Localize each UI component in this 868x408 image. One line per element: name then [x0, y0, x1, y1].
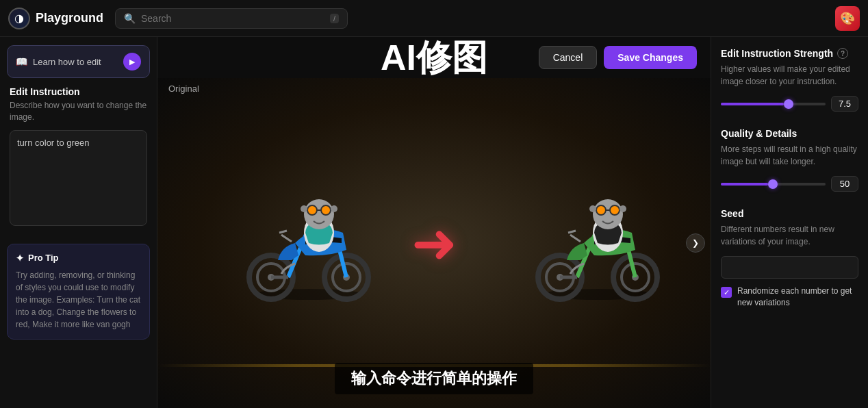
logo-text: Playground [36, 11, 103, 25]
logo-area: ◑ Playground [8, 8, 104, 29]
edit-strength-desc: Higher values will make your edited imag… [721, 63, 858, 88]
search-bar[interactable]: 🔍 / [115, 8, 348, 29]
randomize-row: ✓ Randomize each number to get new varia… [721, 285, 858, 309]
bike-left [240, 181, 377, 305]
edit-strength-title: Edit Instruction Strength ? [721, 48, 858, 59]
svg-line-8 [279, 231, 287, 233]
quality-slider: 50 [721, 176, 858, 192]
play-button[interactable]: ▶ [123, 53, 141, 71]
page-title: AI修图 [381, 40, 487, 75]
image-placeholder: ➜ [157, 78, 711, 408]
bike-right [529, 181, 666, 305]
quality-value: 50 [831, 176, 858, 192]
svg-line-26 [568, 231, 576, 233]
quality-title: Quality & Details [721, 128, 858, 139]
randomize-checkbox[interactable]: ✓ [721, 287, 732, 298]
svg-point-32 [610, 205, 620, 215]
main-layout: 📖 Learn how to edit ▶ Edit Instruction D… [0, 37, 868, 408]
svg-line-25 [570, 235, 580, 242]
svg-point-35 [620, 205, 626, 212]
slider-value: 7.5 [831, 96, 858, 112]
book-icon: 📖 [16, 56, 27, 67]
seed-title: Seed [721, 208, 858, 219]
seed-input[interactable] [721, 256, 858, 279]
svg-point-13 [307, 205, 317, 215]
cancel-button[interactable]: Cancel [539, 46, 598, 69]
slider-fill [721, 103, 784, 105]
quality-desc: More steps will result in a high quality… [721, 143, 858, 168]
edit-instruction-desc: Describe how you want to change the imag… [10, 100, 147, 123]
arrow-overlay: ➜ [411, 212, 457, 275]
randomize-label: Randomize each number to get new variati… [737, 285, 858, 309]
subtitle-overlay: 输入命令进行简单的操作 [335, 363, 533, 394]
edit-strength-section: Edit Instruction Strength ? Higher value… [721, 48, 858, 112]
svg-point-28 [593, 199, 623, 229]
original-label: Original [168, 84, 199, 94]
svg-point-31 [596, 205, 606, 215]
quality-section: Quality & Details More steps will result… [721, 128, 858, 192]
left-sidebar: 📖 Learn how to edit ▶ Edit Instruction D… [0, 37, 157, 408]
pro-tip-text: Try adding, removing, or thinking of sty… [16, 269, 141, 331]
svg-point-16 [301, 205, 307, 212]
logo-icon: ◑ [8, 8, 30, 29]
tip-icon: ✦ [16, 253, 24, 264]
center-content: AI修图 Cancel Save Changes Original [157, 37, 711, 408]
instruction-textarea[interactable] [10, 130, 147, 226]
header: ◑ Playground 🔍 / 🎨 [0, 0, 868, 37]
next-button[interactable]: ❯ [686, 233, 705, 253]
search-icon: 🔍 [124, 13, 136, 24]
slider-track[interactable] [721, 103, 826, 105]
edit-instruction-section: Edit Instruction Describe how you want t… [0, 86, 157, 237]
svg-line-7 [281, 235, 292, 242]
learn-how-button[interactable]: 📖 Learn how to edit ▶ [7, 45, 150, 78]
edit-strength-slider: 7.5 [721, 96, 858, 112]
quality-track[interactable] [721, 183, 826, 186]
seed-desc: Different numbers result in new variatio… [721, 223, 858, 248]
quality-fill [721, 183, 768, 186]
center-header: AI修图 Cancel Save Changes [157, 37, 711, 78]
search-input[interactable] [141, 13, 324, 24]
svg-point-17 [331, 205, 337, 212]
info-icon[interactable]: ? [837, 48, 848, 59]
slash-badge: / [330, 14, 339, 23]
edit-instruction-title: Edit Instruction [10, 86, 147, 97]
svg-point-34 [589, 205, 596, 212]
quality-thumb[interactable] [768, 179, 778, 189]
action-buttons: Cancel Save Changes [539, 46, 697, 69]
slider-thumb[interactable] [784, 99, 793, 109]
right-sidebar: Edit Instruction Strength ? Higher value… [711, 37, 868, 408]
pro-tip-label: Pro Tip [28, 253, 59, 263]
user-avatar[interactable]: 🎨 [835, 6, 860, 31]
image-area: Original [157, 78, 711, 408]
pro-tip-box: ✦ Pro Tip Try adding, removing, or think… [7, 244, 150, 340]
save-button[interactable]: Save Changes [604, 46, 697, 69]
learn-how-label: Learn how to edit [33, 57, 118, 67]
svg-point-14 [321, 205, 331, 215]
svg-point-10 [304, 199, 334, 229]
pro-tip-title: ✦ Pro Tip [16, 253, 141, 264]
seed-section: Seed Different numbers result in new var… [721, 208, 858, 309]
